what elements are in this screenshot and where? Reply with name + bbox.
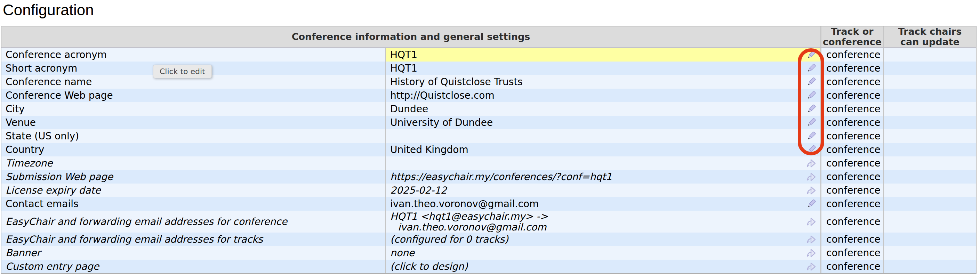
setting-value: (configured for 0 tracks) (390, 234, 805, 245)
setting-value-cell[interactable]: none (385, 246, 820, 260)
setting-value-cell[interactable]: University of Dundee (385, 116, 820, 129)
track-chairs-can-update-value (883, 75, 976, 89)
setting-value: https://easychair.my/conferences/?conf=h… (390, 171, 805, 182)
setting-value: 2025-02-12 (390, 185, 805, 196)
track-chairs-can-update-value (883, 197, 976, 211)
track-chairs-can-update-value (883, 246, 976, 260)
setting-value-cell[interactable]: HQT1 (385, 62, 820, 75)
table-row: Custom entry page (click to design) (2, 260, 976, 273)
setting-label: Venue (2, 116, 385, 129)
track-chairs-can-update-value (883, 62, 976, 75)
goto-arrow-icon[interactable] (805, 158, 817, 169)
goto-arrow-icon[interactable] (805, 261, 817, 272)
track-or-conference-value: conference (820, 211, 883, 233)
table-row: Contact emails ivan.theo.voronov@gmail.c… (2, 197, 976, 211)
table-row: Conference Web page http://Quistclose.co… (2, 89, 976, 102)
track-chairs-can-update-value (883, 89, 976, 102)
track-or-conference-value: conference (820, 62, 883, 75)
edit-pencil-icon[interactable] (805, 131, 817, 142)
setting-value: University of Dundee (390, 117, 805, 128)
track-chairs-can-update-value (883, 233, 976, 246)
track-or-conference-value: conference (820, 246, 883, 260)
setting-value-cell[interactable]: https://easychair.my/conferences/?conf=h… (385, 170, 820, 184)
edit-pencil-icon[interactable] (805, 144, 817, 155)
goto-arrow-icon[interactable] (805, 171, 817, 182)
setting-value-cell[interactable] (385, 156, 820, 170)
track-or-conference-value: conference (820, 184, 883, 197)
setting-value-cell[interactable] (385, 129, 820, 143)
track-or-conference-value: conference (820, 197, 883, 211)
track-or-conference-value: conference (820, 75, 883, 89)
table-body: Conference acronym HQT1 (2, 48, 976, 273)
table-row: City Dundee (2, 102, 976, 116)
track-or-conference-value: conference (820, 102, 883, 116)
setting-value: none (390, 247, 805, 258)
setting-value-cell[interactable]: 2025-02-12 (385, 184, 820, 197)
track-chairs-can-update-value (883, 143, 976, 156)
track-or-conference-value: conference (820, 48, 883, 62)
setting-value: (click to design) (390, 261, 805, 272)
track-or-conference-value: conference (820, 129, 883, 143)
track-chairs-can-update-value (883, 129, 976, 143)
edit-pencil-icon[interactable] (805, 198, 817, 209)
track-chairs-can-update-value (883, 156, 976, 170)
track-or-conference-value: conference (820, 233, 883, 246)
setting-label: Contact emails (2, 197, 385, 211)
click-to-edit-tooltip: Click to edit (153, 65, 212, 78)
setting-label: City (2, 102, 385, 116)
setting-label: Timezone (2, 156, 385, 170)
header-track-or-conference: Track or conference (820, 26, 883, 47)
track-or-conference-value: conference (820, 260, 883, 273)
edit-pencil-icon[interactable] (805, 90, 817, 101)
header-track-chairs-can-update: Track chairs can update (883, 26, 976, 47)
setting-value: History of Quistclose Trusts (390, 76, 805, 87)
edit-pencil-icon[interactable] (805, 49, 817, 60)
table-row: State (US only) (2, 129, 976, 143)
setting-value-cell[interactable]: ivan.theo.voronov@gmail.com (385, 197, 820, 211)
setting-value: HQT1 (390, 63, 805, 74)
track-chairs-can-update-value (883, 184, 976, 197)
setting-value: http://Quistclose.com (390, 90, 805, 101)
table-row: Banner none (2, 246, 976, 260)
setting-value-cell[interactable]: Dundee (385, 102, 820, 116)
setting-value-cell[interactable]: http://Quistclose.com (385, 89, 820, 102)
setting-label: Banner (2, 246, 385, 260)
track-chairs-can-update-value (883, 260, 976, 273)
setting-value-cell[interactable]: (click to design) (385, 260, 820, 273)
setting-label: Country (2, 143, 385, 156)
setting-label: EasyChair and forwarding email addresses… (2, 211, 385, 233)
setting-label: Conference Web page (2, 89, 385, 102)
edit-pencil-icon[interactable] (805, 63, 817, 74)
table-row: Timezone c (2, 156, 976, 170)
header-conference-settings: Conference information and general setti… (2, 26, 820, 47)
table-row: Short acronym HQT1 (2, 62, 976, 75)
goto-arrow-icon[interactable] (805, 234, 817, 245)
setting-label: EasyChair and forwarding email addresses… (2, 233, 385, 246)
setting-value: ivan.theo.voronov@gmail.com (390, 198, 805, 209)
track-or-conference-value: conference (820, 116, 883, 129)
setting-label: State (US only) (2, 129, 385, 143)
table-row: License expiry date 2025-02-12 (2, 184, 976, 197)
table-header-row: Conference information and general setti… (2, 26, 976, 48)
setting-value-cell[interactable]: HQT1 <hqt1@easychair.my> -> ivan.theo.vo… (385, 211, 820, 233)
table-row: EasyChair and forwarding email addresses… (2, 211, 976, 233)
table-row: Conference acronym HQT1 (2, 48, 976, 62)
goto-arrow-icon[interactable] (805, 247, 817, 259)
setting-value: Dundee (390, 103, 805, 114)
setting-value-cell[interactable]: United Kingdom (385, 143, 820, 156)
setting-value-cell[interactable]: HQT1 (385, 48, 820, 62)
setting-label: Conference acronym (2, 48, 385, 62)
edit-pencil-icon[interactable] (805, 117, 817, 128)
track-chairs-can-update-value (883, 48, 976, 62)
setting-value-cell[interactable]: History of Quistclose Trusts (385, 75, 820, 89)
edit-pencil-icon[interactable] (805, 103, 817, 115)
setting-value-cell[interactable]: (configured for 0 tracks) (385, 233, 820, 246)
goto-arrow-icon[interactable] (805, 185, 817, 196)
edit-pencil-icon[interactable] (805, 76, 817, 87)
setting-label: Custom entry page (2, 260, 385, 273)
setting-value: United Kingdom (390, 144, 805, 155)
goto-arrow-icon[interactable] (805, 216, 817, 227)
configuration-table: Conference information and general setti… (1, 26, 977, 274)
track-chairs-can-update-value (883, 102, 976, 116)
track-or-conference-value: conference (820, 156, 883, 170)
